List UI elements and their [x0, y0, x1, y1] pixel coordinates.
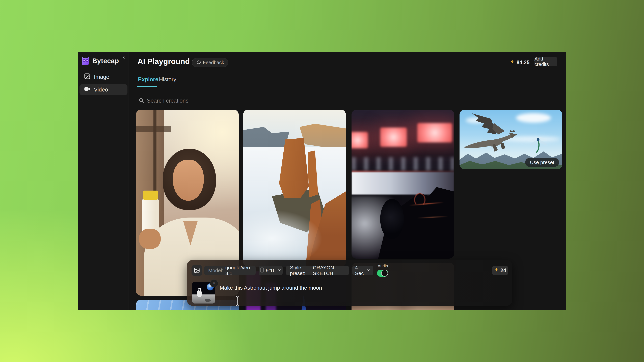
lightning-bolt-icon [494, 267, 499, 274]
creation-card-dragon-preset[interactable]: Use preset [460, 110, 562, 169]
dragonfly-illustration [521, 132, 556, 155]
aspect-ratio-chip[interactable]: 9:16 [259, 266, 282, 275]
chevron-down-icon [278, 268, 282, 273]
toggle-knob [381, 270, 388, 277]
prompt-input[interactable]: Make this Astronaut jump around the moon [220, 285, 488, 291]
portrait-ratio-icon [260, 267, 264, 274]
sidebar-nav: Image Video [80, 71, 128, 97]
audio-control: Audio [377, 264, 397, 277]
credit-balance: 84.25 [510, 58, 530, 67]
model-selector-chip[interactable]: Model: google/veo-3.1 [204, 266, 256, 275]
creation-card-race-car[interactable] [352, 110, 454, 259]
use-preset-button[interactable]: Use preset [525, 158, 559, 167]
bytecap-cat-logo-icon [80, 56, 90, 66]
sidebar-item-label: Image [94, 74, 109, 80]
page-title: AI Playgroundv0 [138, 57, 200, 66]
brand-row: Bytecap [80, 56, 127, 66]
model-value: google/veo-3.1 [226, 265, 252, 276]
search-bar [138, 97, 373, 104]
brand-name: Bytecap [92, 57, 119, 65]
search-icon [138, 97, 144, 104]
image-icon [194, 267, 200, 274]
app-window: Bytecap ‹ Image Video [78, 52, 566, 310]
tab-explore[interactable]: Explore [138, 76, 158, 83]
sidebar-collapse-chevron-icon[interactable]: ‹ [120, 53, 127, 60]
feedback-button[interactable]: Feedback [192, 58, 228, 67]
attach-image-button[interactable] [192, 265, 202, 276]
tab-history[interactable]: History [159, 76, 176, 83]
remove-attachment-button[interactable]: × [210, 279, 218, 287]
text-cursor-ibeam [234, 296, 240, 307]
active-tab-underline [137, 86, 157, 87]
style-preset-chip[interactable]: Style preset: CRAYON SKETCH [286, 266, 349, 275]
prompt-composer: Model: google/veo-3.1 9:16 Style preset:… [187, 260, 512, 306]
style-value: CRAYON SKETCH [313, 265, 345, 276]
sidebar-item-video[interactable]: Video [80, 84, 128, 95]
audio-toggle[interactable] [377, 270, 388, 277]
sidebar-item-image[interactable]: Image [80, 71, 128, 82]
audio-label: Audio [378, 264, 397, 268]
generation-cost-badge: 24 [492, 266, 508, 275]
search-input[interactable] [147, 97, 348, 104]
add-credits-button[interactable]: Add credits [534, 57, 557, 66]
creation-card-canyon-clouds[interactable] [243, 110, 346, 267]
lightning-bolt-icon [510, 59, 515, 66]
image-icon [84, 73, 94, 81]
speech-bubble-icon [196, 59, 201, 66]
duration-chip[interactable]: 4 Sec [352, 266, 373, 275]
sidebar: Bytecap ‹ Image Video [78, 52, 128, 310]
chevron-down-icon [366, 268, 370, 273]
sidebar-item-label: Video [94, 86, 108, 93]
video-icon [84, 86, 94, 94]
